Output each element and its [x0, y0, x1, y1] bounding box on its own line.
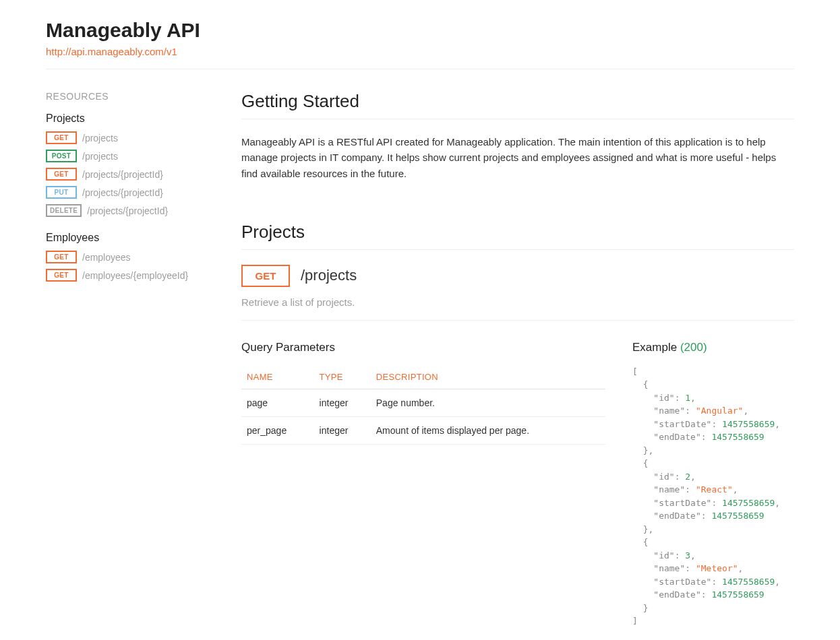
method-badge: GET: [46, 251, 77, 263]
intro-heading: Getting Started: [241, 91, 794, 119]
table-row: per_pageintegerAmount of items displayed…: [241, 416, 605, 444]
intro-body: Manageably API is a RESTful API created …: [241, 134, 794, 181]
endpoint-description: Retrieve a list of projects.: [241, 296, 794, 321]
query-params-heading: Query Parameters: [241, 341, 605, 354]
table-row: pageintegerPage number.: [241, 389, 605, 416]
sidebar-heading: RESOURCES: [46, 91, 201, 102]
base-url-link[interactable]: http://api.manageably.com/v1: [46, 46, 177, 57]
endpoint-path: /projects: [301, 267, 357, 284]
method-badge: GET: [46, 131, 77, 144]
col-type: TYPE: [314, 365, 371, 389]
resource-path: /employees: [82, 252, 131, 263]
method-badge: GET: [46, 269, 77, 282]
resource-group-title: Employees: [46, 232, 201, 244]
resource-item[interactable]: GET/projects/{projectId}: [46, 168, 201, 181]
resource-item[interactable]: GET/employees: [46, 251, 201, 263]
resource-path: /projects/{projectId}: [87, 205, 168, 216]
endpoint-header: GET /projects: [241, 265, 794, 287]
endpoint-method-badge: GET: [241, 265, 290, 287]
resource-item[interactable]: GET/employees/{employeeId}: [46, 269, 201, 282]
query-params-table: NAME TYPE DESCRIPTION pageintegerPage nu…: [241, 365, 605, 445]
method-badge: POST: [46, 150, 77, 162]
method-badge: GET: [46, 168, 77, 181]
method-badge: DELETE: [46, 204, 82, 217]
section-heading: Projects: [241, 222, 794, 250]
resource-path: /projects/{projectId}: [82, 187, 163, 198]
resource-group-title: Projects: [46, 113, 201, 125]
resource-item[interactable]: GET/projects: [46, 131, 201, 144]
api-title: Manageably API: [46, 19, 794, 42]
resource-path: /projects/{projectId}: [82, 169, 163, 180]
resource-path: /employees/{employeeId}: [82, 270, 188, 281]
example-response: [ { "id": 1, "name": "Angular", "startDa…: [632, 365, 794, 628]
method-badge: PUT: [46, 186, 77, 199]
page-header: Manageably API http://api.manageably.com…: [46, 0, 794, 69]
resource-item[interactable]: DELETE/projects/{projectId}: [46, 204, 201, 217]
resource-path: /projects: [82, 133, 118, 143]
col-name: NAME: [241, 365, 314, 389]
resource-path: /projects: [82, 151, 118, 162]
example-status: (200): [680, 341, 707, 354]
main-content: Getting Started Manageably API is a REST…: [241, 91, 794, 628]
example-heading: Example (200): [632, 341, 794, 354]
resource-item[interactable]: PUT/projects/{projectId}: [46, 186, 201, 199]
sidebar: RESOURCES ProjectsGET/projectsPOST/proje…: [46, 91, 201, 628]
col-description: DESCRIPTION: [371, 365, 605, 389]
resource-item[interactable]: POST/projects: [46, 150, 201, 162]
